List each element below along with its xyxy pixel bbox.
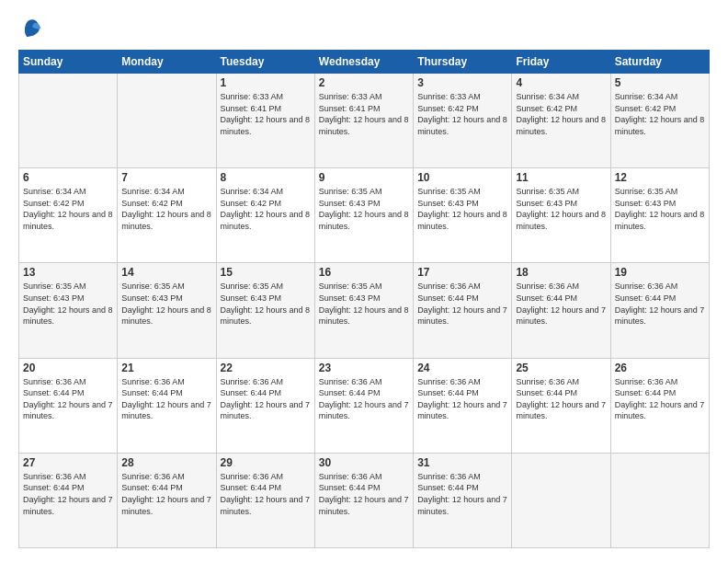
day-number: 5: [615, 76, 705, 89]
day-detail: Sunrise: 6:36 AM Sunset: 6:44 PM Dayligh…: [23, 376, 113, 422]
day-cell: 18Sunrise: 6:36 AM Sunset: 6:44 PM Dayli…: [512, 263, 610, 358]
day-detail: Sunrise: 6:35 AM Sunset: 6:43 PM Dayligh…: [516, 186, 606, 232]
day-cell: [118, 74, 216, 168]
day-cell: 19Sunrise: 6:36 AM Sunset: 6:44 PM Dayli…: [610, 263, 709, 358]
day-cell: 24Sunrise: 6:36 AM Sunset: 6:44 PM Dayli…: [414, 358, 512, 453]
calendar-page: SundayMondayTuesdayWednesdayThursdayFrid…: [0, 0, 728, 563]
day-number: 15: [221, 266, 311, 279]
day-detail: Sunrise: 6:33 AM Sunset: 6:42 PM Dayligh…: [417, 91, 507, 137]
header-row: SundayMondayTuesdayWednesdayThursdayFrid…: [19, 51, 710, 74]
day-detail: Sunrise: 6:34 AM Sunset: 6:42 PM Dayligh…: [615, 91, 705, 137]
day-cell: 23Sunrise: 6:36 AM Sunset: 6:44 PM Dayli…: [314, 358, 413, 453]
day-detail: Sunrise: 6:34 AM Sunset: 6:42 PM Dayligh…: [516, 91, 606, 137]
day-header-monday: Monday: [118, 51, 216, 74]
logo: [18, 15, 48, 40]
week-row-3: 13Sunrise: 6:35 AM Sunset: 6:43 PM Dayli…: [19, 263, 710, 358]
day-detail: Sunrise: 6:34 AM Sunset: 6:42 PM Dayligh…: [23, 186, 113, 232]
header: [18, 15, 710, 40]
day-header-tuesday: Tuesday: [216, 51, 314, 74]
day-cell: 21Sunrise: 6:36 AM Sunset: 6:44 PM Dayli…: [118, 358, 216, 453]
day-cell: 17Sunrise: 6:36 AM Sunset: 6:44 PM Dayli…: [414, 263, 512, 358]
day-number: 24: [417, 362, 507, 374]
day-cell: 3Sunrise: 6:33 AM Sunset: 6:42 PM Daylig…: [414, 74, 512, 168]
day-detail: Sunrise: 6:36 AM Sunset: 6:44 PM Dayligh…: [23, 471, 113, 517]
week-row-4: 20Sunrise: 6:36 AM Sunset: 6:44 PM Dayli…: [19, 358, 710, 453]
day-number: 3: [417, 76, 507, 89]
day-number: 19: [615, 266, 705, 279]
day-number: 13: [23, 266, 113, 279]
day-number: 10: [417, 171, 507, 184]
day-cell: 15Sunrise: 6:35 AM Sunset: 6:43 PM Dayli…: [216, 263, 314, 358]
day-number: 26: [615, 362, 705, 374]
day-number: 21: [121, 362, 211, 374]
day-cell: [19, 74, 118, 168]
week-row-1: 1Sunrise: 6:33 AM Sunset: 6:41 PM Daylig…: [19, 74, 710, 168]
day-detail: Sunrise: 6:36 AM Sunset: 6:44 PM Dayligh…: [417, 376, 507, 422]
day-cell: 1Sunrise: 6:33 AM Sunset: 6:41 PM Daylig…: [216, 74, 314, 168]
day-cell: 7Sunrise: 6:34 AM Sunset: 6:42 PM Daylig…: [118, 168, 216, 263]
day-header-thursday: Thursday: [414, 51, 512, 74]
day-number: 22: [221, 362, 311, 374]
day-cell: 22Sunrise: 6:36 AM Sunset: 6:44 PM Dayli…: [216, 358, 314, 453]
day-number: 23: [319, 362, 409, 374]
day-cell: 13Sunrise: 6:35 AM Sunset: 6:43 PM Dayli…: [19, 263, 118, 358]
calendar-table: SundayMondayTuesdayWednesdayThursdayFrid…: [18, 50, 710, 548]
day-detail: Sunrise: 6:35 AM Sunset: 6:43 PM Dayligh…: [319, 281, 409, 327]
day-number: 27: [23, 456, 113, 469]
day-cell: 4Sunrise: 6:34 AM Sunset: 6:42 PM Daylig…: [512, 74, 610, 168]
day-cell: 2Sunrise: 6:33 AM Sunset: 6:41 PM Daylig…: [314, 74, 413, 168]
day-detail: Sunrise: 6:34 AM Sunset: 6:42 PM Dayligh…: [121, 186, 211, 232]
day-number: 18: [516, 266, 606, 279]
day-detail: Sunrise: 6:33 AM Sunset: 6:41 PM Dayligh…: [319, 91, 409, 137]
day-number: 16: [319, 266, 409, 279]
day-cell: 10Sunrise: 6:35 AM Sunset: 6:43 PM Dayli…: [414, 168, 512, 263]
day-detail: Sunrise: 6:36 AM Sunset: 6:44 PM Dayligh…: [319, 471, 409, 517]
day-detail: Sunrise: 6:36 AM Sunset: 6:44 PM Dayligh…: [417, 281, 507, 327]
day-cell: 26Sunrise: 6:36 AM Sunset: 6:44 PM Dayli…: [610, 358, 709, 453]
day-cell: 29Sunrise: 6:36 AM Sunset: 6:44 PM Dayli…: [216, 453, 314, 547]
day-detail: Sunrise: 6:36 AM Sunset: 6:44 PM Dayligh…: [221, 471, 311, 517]
day-cell: 11Sunrise: 6:35 AM Sunset: 6:43 PM Dayli…: [512, 168, 610, 263]
day-cell: 27Sunrise: 6:36 AM Sunset: 6:44 PM Dayli…: [19, 453, 118, 547]
day-detail: Sunrise: 6:35 AM Sunset: 6:43 PM Dayligh…: [319, 186, 409, 232]
day-cell: 30Sunrise: 6:36 AM Sunset: 6:44 PM Dayli…: [314, 453, 413, 547]
day-cell: 8Sunrise: 6:34 AM Sunset: 6:42 PM Daylig…: [216, 168, 314, 263]
day-cell: 16Sunrise: 6:35 AM Sunset: 6:43 PM Dayli…: [314, 263, 413, 358]
day-detail: Sunrise: 6:33 AM Sunset: 6:41 PM Dayligh…: [221, 91, 311, 137]
day-detail: Sunrise: 6:36 AM Sunset: 6:44 PM Dayligh…: [516, 281, 606, 327]
week-row-5: 27Sunrise: 6:36 AM Sunset: 6:44 PM Dayli…: [19, 453, 710, 547]
day-detail: Sunrise: 6:36 AM Sunset: 6:44 PM Dayligh…: [221, 376, 311, 422]
day-number: 9: [319, 171, 409, 184]
day-detail: Sunrise: 6:36 AM Sunset: 6:44 PM Dayligh…: [121, 376, 211, 422]
day-number: 8: [221, 171, 311, 184]
day-detail: Sunrise: 6:36 AM Sunset: 6:44 PM Dayligh…: [615, 281, 705, 327]
day-number: 4: [516, 76, 606, 89]
day-number: 29: [221, 456, 311, 469]
day-cell: 20Sunrise: 6:36 AM Sunset: 6:44 PM Dayli…: [19, 358, 118, 453]
day-cell: 6Sunrise: 6:34 AM Sunset: 6:42 PM Daylig…: [19, 168, 118, 263]
day-detail: Sunrise: 6:34 AM Sunset: 6:42 PM Dayligh…: [221, 186, 311, 232]
day-cell: 5Sunrise: 6:34 AM Sunset: 6:42 PM Daylig…: [610, 74, 709, 168]
day-cell: 28Sunrise: 6:36 AM Sunset: 6:44 PM Dayli…: [118, 453, 216, 547]
day-number: 6: [23, 171, 113, 184]
day-detail: Sunrise: 6:36 AM Sunset: 6:44 PM Dayligh…: [516, 376, 606, 422]
day-number: 12: [615, 171, 705, 184]
day-cell: 14Sunrise: 6:35 AM Sunset: 6:43 PM Dayli…: [118, 263, 216, 358]
day-number: 30: [319, 456, 409, 469]
day-number: 7: [121, 171, 211, 184]
day-cell: [610, 453, 709, 547]
day-number: 14: [121, 266, 211, 279]
day-detail: Sunrise: 6:36 AM Sunset: 6:44 PM Dayligh…: [319, 376, 409, 422]
day-detail: Sunrise: 6:35 AM Sunset: 6:43 PM Dayligh…: [417, 186, 507, 232]
day-cell: 9Sunrise: 6:35 AM Sunset: 6:43 PM Daylig…: [314, 168, 413, 263]
day-header-wednesday: Wednesday: [314, 51, 413, 74]
day-number: 17: [417, 266, 507, 279]
day-detail: Sunrise: 6:36 AM Sunset: 6:44 PM Dayligh…: [121, 471, 211, 517]
day-number: 2: [319, 76, 409, 89]
day-number: 25: [516, 362, 606, 374]
day-header-saturday: Saturday: [610, 51, 709, 74]
day-header-sunday: Sunday: [19, 51, 118, 74]
day-detail: Sunrise: 6:35 AM Sunset: 6:43 PM Dayligh…: [23, 281, 113, 327]
day-cell: 31Sunrise: 6:36 AM Sunset: 6:44 PM Dayli…: [414, 453, 512, 547]
day-number: 11: [516, 171, 606, 184]
